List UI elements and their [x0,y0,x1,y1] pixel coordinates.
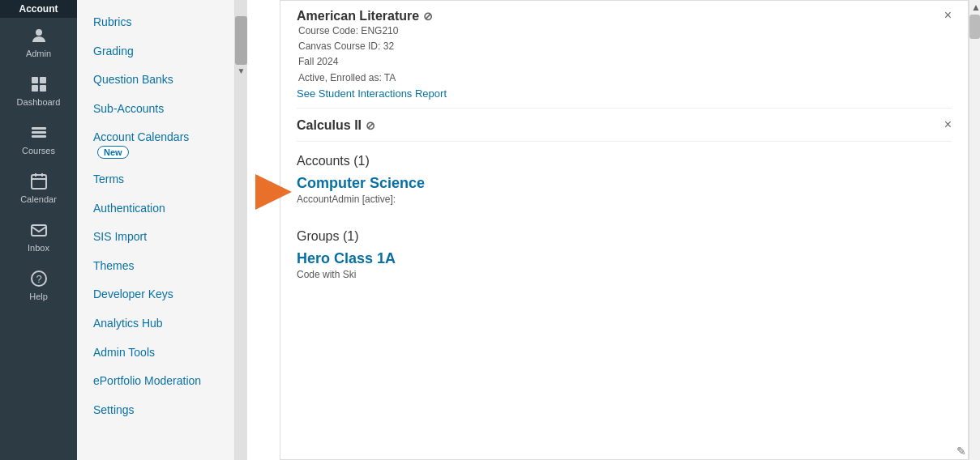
nav-item-admin-label: Admin [26,49,51,58]
arrow-indicator [247,174,328,210]
scroll-down-arrow[interactable]: ▼ [235,65,247,77]
nav-item-inbox[interactable]: Inbox [0,212,77,261]
help-icon: ? [29,269,49,288]
nav-account-calendars[interactable]: Account Calendars [93,130,189,146]
american-literature-canvas-id: Canvas Course ID: 32 [298,40,394,52]
right-scroll-thumb[interactable] [969,15,980,39]
svg-rect-2 [40,77,46,83]
right-scrollbar: ▲ [969,0,980,460]
svg-rect-8 [32,175,46,189]
svg-rect-1 [32,77,38,83]
nav-item-dashboard-label: Dashboard [17,97,61,107]
american-literature-title: American Literature [297,9,419,23]
scroll-thumb[interactable] [235,16,247,65]
nav-themes[interactable]: Themes [77,252,234,281]
admin-icon [29,26,49,45]
svg-rect-3 [32,85,38,92]
nav-item-admin[interactable]: Admin [0,18,77,66]
nav-rubrics[interactable]: Rubrics [77,8,234,37]
nav-item-calendar-label: Calendar [20,194,57,204]
left-navigation: Account Admin Dashboard Courses [0,0,77,460]
main-content: American Literature ⊘ Course Code: ENG21… [247,0,980,460]
dashboard-icon [29,75,49,94]
nav-grading[interactable]: Grading [77,37,234,66]
account-label: Account [0,0,77,18]
secondary-navigation: Rubrics Grading Question Banks Sub-Accou… [77,0,235,460]
nav-item-dashboard[interactable]: Dashboard [0,66,77,115]
nav-authentication[interactable]: Authentication [77,194,234,224]
svg-rect-12 [32,225,46,236]
nav-settings[interactable]: Settings [77,396,234,425]
nav-item-inbox-label: Inbox [28,243,49,253]
american-literature-meta: Course Code: ENG210 Canvas Course ID: 32… [298,23,952,86]
account-role-computer-science: AccountAdmin [active]: [297,194,952,205]
nav-sis-import[interactable]: SIS Import [77,223,234,252]
nav-developer-keys[interactable]: Developer Keys [77,280,234,309]
american-literature-course-code: Course Code: ENG210 [298,25,398,36]
groups-section-header: Groups (1) [297,229,952,244]
nav-account-calendars-item: Account Calendars New [77,123,234,165]
accounts-section-header: Accounts (1) [297,154,952,168]
nav-question-banks[interactable]: Question Banks [77,66,234,95]
orange-arrow-icon [255,174,328,210]
nav-sub-accounts[interactable]: Sub-Accounts [77,95,234,124]
course-item-american-literature: American Literature ⊘ Course Code: ENG21… [297,9,952,109]
american-literature-term: Fall 2024 [298,56,338,67]
svg-rect-7 [32,135,46,138]
american-literature-close-button[interactable]: × [944,9,952,22]
group-block-hero-class: Hero Class 1A Code with Ski ✎ [297,250,952,296]
svg-point-0 [36,29,42,36]
calculus-ii-title: Calculus II [297,118,362,133]
nav-item-courses[interactable]: Courses [0,115,77,164]
american-literature-report-link[interactable]: See Student Interactions Report [297,87,952,100]
no-entry-symbol-american-literature: ⊘ [423,10,433,23]
new-badge: New [97,146,129,159]
group-title-hero-class-1a[interactable]: Hero Class 1A [297,250,396,266]
courses-icon [29,123,49,143]
nav-item-help-label: Help [29,292,48,301]
svg-rect-5 [32,127,46,130]
account-block-computer-science: Computer Science AccountAdmin [active]: … [297,175,952,217]
group-edit-icon[interactable]: ✎ [956,445,966,458]
group-subtitle-hero-class-1a: Code with Ski [297,269,952,280]
calculus-ii-close-button[interactable]: × [944,118,952,131]
nav-item-help[interactable]: ? Help [0,261,77,309]
nav-item-courses-label: Courses [22,146,55,155]
course-title-calculus-ii: Calculus II ⊘ [297,118,952,133]
nav-item-calendar[interactable]: Calendar [0,164,77,212]
nav-terms[interactable]: Terms [77,165,234,194]
svg-text:?: ? [36,273,41,285]
nav-admin-tools[interactable]: Admin Tools [77,339,234,368]
svg-rect-4 [40,85,46,92]
right-scroll-up-arrow[interactable]: ▲ [969,0,980,15]
nav-analytics-hub[interactable]: Analytics Hub [77,309,234,339]
course-title-american-literature: American Literature ⊘ [297,9,952,23]
nav-eportfolio-moderation[interactable]: ePortfolio Moderation [77,367,234,396]
no-entry-symbol-calculus-ii: ⊘ [366,119,375,132]
secondary-scroll: ▼ [235,0,247,460]
calendar-icon [29,172,49,191]
course-item-calculus-ii: Calculus II ⊘ × [297,118,952,142]
american-literature-enrolled: Active, Enrolled as: TA [298,72,396,83]
inbox-icon [29,220,49,240]
content-panel: American Literature ⊘ Course Code: ENG21… [280,0,969,460]
svg-rect-6 [32,131,46,134]
